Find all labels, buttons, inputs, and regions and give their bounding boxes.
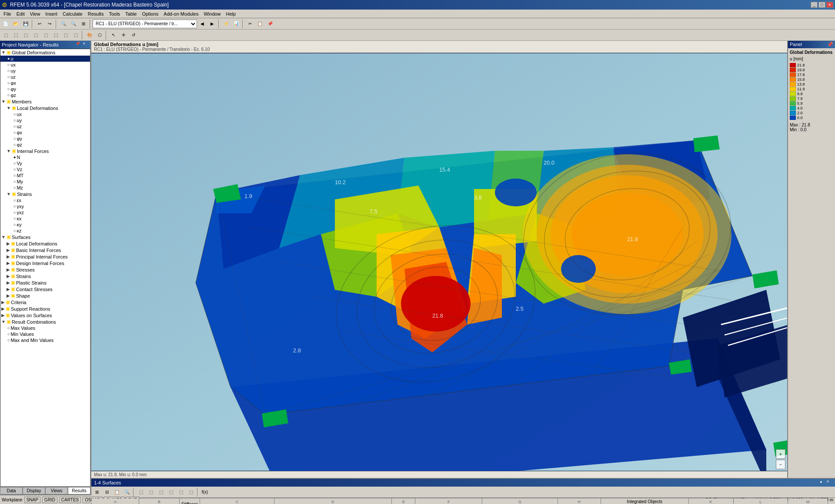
open-btn[interactable]: 📂	[11, 19, 20, 29]
menu-item-insert[interactable]: Insert	[43, 10, 60, 17]
table-tb-btn10[interactable]: ⬚	[186, 487, 196, 497]
tree-item-criteria[interactable]: ▶ ▣Criteria	[0, 299, 90, 305]
table-tb-btn2[interactable]: ⊟	[102, 487, 112, 497]
table-tb-btn8[interactable]: ⬚	[166, 487, 176, 497]
tb2-btn8[interactable]: ⬚	[71, 30, 80, 40]
prev-btn[interactable]: ◀	[197, 19, 207, 29]
tree-item-kappa-x[interactable]: ○ κx	[0, 216, 90, 222]
menu-item-add-on-modules[interactable]: Add-on Modules	[161, 10, 201, 17]
tree-item-gamma-xy[interactable]: ○ γxy	[0, 203, 90, 209]
tree-item-result-combos[interactable]: ▼ ▣Result Combinations	[0, 318, 90, 325]
tb2-btn1[interactable]: ⬚	[1, 30, 10, 40]
render-btn[interactable]: 🎨	[85, 30, 94, 40]
tree-item-uz[interactable]: ○ uz	[0, 74, 90, 80]
tree-item-principal-if[interactable]: ▶ ▣Principal Internal Forces	[0, 253, 90, 260]
tree-item-kappa-z[interactable]: ○ κz	[0, 228, 90, 234]
tree-item-kappa-y[interactable]: ○ κy	[0, 222, 90, 228]
tree-item-phi-z[interactable]: ○ φz	[0, 92, 90, 98]
tree-item-max-min-values[interactable]: ○ Max and Min Values	[0, 337, 90, 343]
table-tb-btn3[interactable]: 📋	[112, 487, 122, 497]
tree-item-ux[interactable]: ○ ux	[0, 62, 90, 68]
table-tb-btn7[interactable]: ⬚	[156, 487, 166, 497]
menu-item-calculate[interactable]: Calculate	[60, 10, 85, 17]
tree-item-ux2[interactable]: ○ ux	[0, 111, 90, 117]
nav-pin-btn[interactable]: 📌	[76, 42, 82, 48]
tree-item-int-forces[interactable]: ▼ ▣Internal Forces	[0, 148, 90, 154]
tree-item-eps-x[interactable]: ○ εx	[0, 197, 90, 203]
nav-tab-results[interactable]: Results	[68, 487, 90, 494]
tree-item-strains-s[interactable]: ▶ ▣Strains	[0, 273, 90, 279]
tree-item-local-def-s[interactable]: ▶ ▣Local Deformations	[0, 240, 90, 247]
tree-item-uz2[interactable]: ○ uz	[0, 123, 90, 129]
status-btn-cartes[interactable]: CARTES	[59, 497, 81, 503]
tree-item-gamma-xz[interactable]: ○ γxz	[0, 209, 90, 216]
tree-item-uy[interactable]: ○ uy	[0, 68, 90, 74]
tree-item-Vz[interactable]: ○ Vz	[0, 166, 90, 172]
tree-item-phi-x2[interactable]: ○ φx	[0, 129, 90, 136]
zoom-all-btn[interactable]: ⊞	[79, 19, 88, 29]
tree-item-N[interactable]: ● N	[0, 154, 90, 160]
tree-item-plastic-strains[interactable]: ▶ ▣Plastic Strains	[0, 279, 90, 286]
menu-item-edit[interactable]: Edit	[14, 10, 27, 17]
tree-item-basic-int-f[interactable]: ▶ ▣Basic Internal Forces	[0, 247, 90, 253]
close-button[interactable]: ✕	[826, 2, 833, 8]
cut-btn[interactable]: ✂	[245, 19, 255, 29]
undo-btn[interactable]: ↩	[35, 19, 44, 29]
tree-item-max-values[interactable]: ○ Max Values	[0, 325, 90, 331]
calc-btn[interactable]: ⚡	[221, 19, 231, 29]
tree-item-values-surfaces[interactable]: ▶ ▣Values on Surfaces	[0, 312, 90, 318]
maximize-button[interactable]: □	[818, 2, 825, 8]
status-btn-grid[interactable]: GRID	[42, 497, 57, 503]
rotate-btn[interactable]: ↺	[129, 30, 138, 40]
tree-item-uy2[interactable]: ○ uy	[0, 117, 90, 123]
tree-item-members[interactable]: ▼ ▣Members	[0, 98, 90, 105]
menu-item-help[interactable]: Help	[224, 10, 239, 17]
tree-item-phi-x[interactable]: ○ φx	[0, 80, 90, 86]
nav-tab-data[interactable]: Data	[0, 487, 23, 494]
copy-btn[interactable]: 📋	[255, 19, 265, 29]
tree-item-Mz[interactable]: ○ Mz	[0, 185, 90, 191]
tree-item-min-values[interactable]: ○ Min Values	[0, 331, 90, 337]
menu-item-window[interactable]: Window	[201, 10, 223, 17]
menu-item-table[interactable]: Table	[123, 10, 139, 17]
tree-item-phi-y[interactable]: ○ φy	[0, 86, 90, 92]
nav-tab-views[interactable]: Views	[45, 487, 68, 494]
tb2-btn7[interactable]: ⬚	[61, 30, 70, 40]
minimize-button[interactable]: _	[811, 2, 818, 8]
viewport-zoom-out[interactable]: −	[776, 460, 785, 469]
tree-item-global-def[interactable]: ▼ ▣Global Deformations	[0, 49, 90, 56]
tree-item-local-def[interactable]: ▼ ▣Local Deformations	[0, 105, 90, 111]
3d-viewport[interactable]: 1.9 10.2 15.4 20.0 21.8 21.8 2.8 2.5 7.5…	[91, 53, 787, 471]
tree-item-strains-m[interactable]: ▼ ▣Strains	[0, 191, 90, 197]
menu-item-file[interactable]: File	[1, 10, 14, 17]
tree-item-phi-z2[interactable]: ○ φz	[0, 142, 90, 148]
wireframe-btn[interactable]: ⬡	[95, 30, 104, 40]
tree-item-Vy[interactable]: ○ Vy	[0, 160, 90, 166]
table-tb-btn1[interactable]: ⊞	[92, 487, 102, 497]
next-btn[interactable]: ▶	[207, 19, 217, 29]
table-tb-btn4[interactable]: 🔍	[122, 487, 132, 497]
tree-item-MT[interactable]: ○ MT	[0, 172, 90, 179]
table-tb-btn9[interactable]: ⬚	[176, 487, 186, 497]
zoom-in-btn[interactable]: 🔍	[59, 19, 68, 29]
panel-pin[interactable]: 📌	[827, 42, 833, 47]
tb2-btn5[interactable]: ⬚	[41, 30, 50, 40]
tree-item-design-if[interactable]: ▶ ▣Design Internal Forces	[0, 260, 90, 266]
nav-close-btn[interactable]: ✕	[83, 42, 89, 48]
paste-btn[interactable]: 📌	[265, 19, 275, 29]
menu-item-results[interactable]: Results	[85, 10, 107, 17]
result-btn[interactable]: 📊	[231, 19, 241, 29]
move-btn[interactable]: ✛	[119, 30, 128, 40]
select-btn[interactable]: ↖	[109, 30, 118, 40]
tree-item-My[interactable]: ○ My	[0, 179, 90, 185]
status-btn-snap[interactable]: SNAP	[24, 497, 40, 503]
menu-item-tools[interactable]: Tools	[106, 10, 123, 17]
tree-item-u[interactable]: ● u	[0, 56, 90, 62]
menu-item-view[interactable]: View	[27, 10, 43, 17]
menu-item-options[interactable]: Options	[139, 10, 161, 17]
tree-item-contact-stresses[interactable]: ▶ ▣Contact Stresses	[0, 286, 90, 292]
save-btn[interactable]: 💾	[21, 19, 30, 29]
combo-selector[interactable]: RC1 - ELU (STR/GEO) - Permanente / tr...	[93, 20, 197, 28]
nav-tab-display[interactable]: Display	[23, 487, 45, 494]
tb2-btn4[interactable]: ⬚	[31, 30, 40, 40]
